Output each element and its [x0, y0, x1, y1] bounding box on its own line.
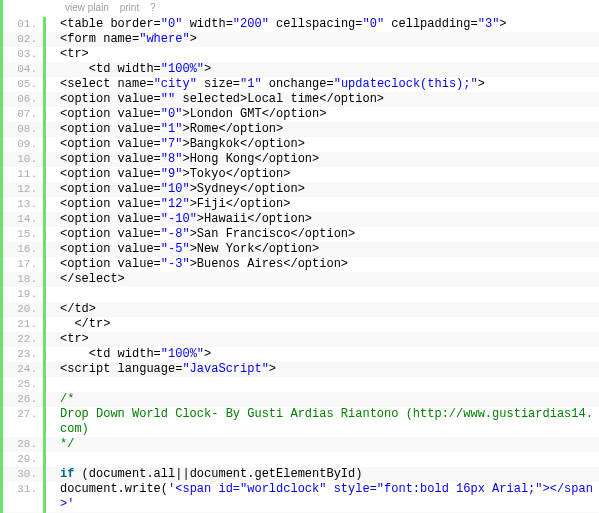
- line-number: 25.: [3, 377, 46, 392]
- line-content: <option value="8">Hong Kong</option>: [46, 152, 599, 167]
- code-line: 08.<option value="1">Rome</option>: [3, 122, 599, 137]
- line-content: */: [46, 437, 599, 452]
- code-line: 04. <td width="100%">: [3, 62, 599, 77]
- code-line: 22.<tr>: [3, 332, 599, 347]
- code-line: 09.<option value="7">Bangkok</option>: [3, 137, 599, 152]
- line-content: <option value="" selected>Local time</op…: [46, 92, 599, 107]
- code-line: 23. <td width="100%">: [3, 347, 599, 362]
- line-content: <tr>: [46, 47, 599, 62]
- code-line: 12.<option value="10">Sydney</option>: [3, 182, 599, 197]
- line-content: <option value="1">Rome</option>: [46, 122, 599, 137]
- line-content: <select name="city" size="1" onchange="u…: [46, 77, 599, 92]
- line-content: /*: [46, 392, 599, 407]
- code-line: 21. </tr>: [3, 317, 599, 332]
- line-content: <option value="12">Fiji</option>: [46, 197, 599, 212]
- line-number: 10.: [3, 152, 46, 167]
- code-line: 14.<option value="-10">Hawaii</option>: [3, 212, 599, 227]
- line-content: <option value="0">London GMT</option>: [46, 107, 599, 122]
- code-line: 15.<option value="-8">San Francisco</opt…: [3, 227, 599, 242]
- line-number: 27.: [3, 407, 46, 437]
- line-number: 05.: [3, 77, 46, 92]
- line-content: [46, 377, 599, 392]
- code-block: 01.<table border="0" width="200" cellspa…: [3, 17, 599, 513]
- line-number: 07.: [3, 107, 46, 122]
- line-number: 19.: [3, 287, 46, 302]
- code-line: 31.document.write('<span id="worldclock"…: [3, 482, 599, 512]
- line-number: 26.: [3, 392, 46, 407]
- line-content: <form name="where">: [46, 32, 599, 47]
- line-number: 09.: [3, 137, 46, 152]
- line-number: 30.: [3, 467, 46, 482]
- line-number: 20.: [3, 302, 46, 317]
- line-number: 28.: [3, 437, 46, 452]
- code-line: 28.*/: [3, 437, 599, 452]
- line-content: <option value="-8">San Francisco</option…: [46, 227, 599, 242]
- code-line: 05.<select name="city" size="1" onchange…: [3, 77, 599, 92]
- code-line: 13.<option value="12">Fiji</option>: [3, 197, 599, 212]
- line-number: 13.: [3, 197, 46, 212]
- line-content: <td width="100%">: [46, 347, 599, 362]
- line-content: <table border="0" width="200" cellspacin…: [46, 17, 599, 32]
- line-content: <option value="10">Sydney</option>: [46, 182, 599, 197]
- code-line: 06.<option value="" selected>Local time<…: [3, 92, 599, 107]
- code-line: 25.: [3, 377, 599, 392]
- line-content: [46, 452, 599, 467]
- line-content: </td>: [46, 302, 599, 317]
- line-number: 21.: [3, 317, 46, 332]
- code-line: 27.Drop Down World Clock- By Gusti Ardia…: [3, 407, 599, 437]
- line-content: <option value="-5">New York</option>: [46, 242, 599, 257]
- line-number: 17.: [3, 257, 46, 272]
- line-number: 11.: [3, 167, 46, 182]
- line-number: 15.: [3, 227, 46, 242]
- line-content: </select>: [46, 272, 599, 287]
- code-line: 17.<option value="-3">Buenos Aires</opti…: [3, 257, 599, 272]
- code-line: 03.<tr>: [3, 47, 599, 62]
- code-line: 01.<table border="0" width="200" cellspa…: [3, 17, 599, 32]
- code-line: 30.if (document.all||document.getElement…: [3, 467, 599, 482]
- view-plain-link[interactable]: view plain: [65, 2, 109, 13]
- line-content: [46, 287, 599, 302]
- line-number: 22.: [3, 332, 46, 347]
- line-content: document.write('<span id="worldclock" st…: [46, 482, 599, 512]
- toolbar: view plain print ?: [3, 0, 599, 17]
- line-content: Drop Down World Clock- By Gusti Ardias R…: [46, 407, 599, 437]
- code-line: 29.: [3, 452, 599, 467]
- line-content: <option value="9">Tokyo</option>: [46, 167, 599, 182]
- print-link[interactable]: print: [120, 2, 139, 13]
- code-line: 10.<option value="8">Hong Kong</option>: [3, 152, 599, 167]
- line-content: <tr>: [46, 332, 599, 347]
- code-line: 24.<script language="JavaScript">: [3, 362, 599, 377]
- line-number: 18.: [3, 272, 46, 287]
- line-content: <option value="-10">Hawaii</option>: [46, 212, 599, 227]
- line-number: 24.: [3, 362, 46, 377]
- line-number: 04.: [3, 62, 46, 77]
- line-number: 14.: [3, 212, 46, 227]
- code-line: 20.</td>: [3, 302, 599, 317]
- line-number: 23.: [3, 347, 46, 362]
- code-line: 11.<option value="9">Tokyo</option>: [3, 167, 599, 182]
- code-line: 18.</select>: [3, 272, 599, 287]
- code-line: 16.<option value="-5">New York</option>: [3, 242, 599, 257]
- line-content: <option value="7">Bangkok</option>: [46, 137, 599, 152]
- line-number: 03.: [3, 47, 46, 62]
- line-content: <option value="-3">Buenos Aires</option>: [46, 257, 599, 272]
- code-viewer: view plain print ? 01.<table border="0" …: [0, 0, 599, 513]
- code-line: 19.: [3, 287, 599, 302]
- code-line: 07.<option value="0">London GMT</option>: [3, 107, 599, 122]
- line-number: 12.: [3, 182, 46, 197]
- help-link[interactable]: ?: [150, 2, 156, 13]
- line-number: 29.: [3, 452, 46, 467]
- line-number: 02.: [3, 32, 46, 47]
- line-number: 08.: [3, 122, 46, 137]
- line-content: </tr>: [46, 317, 599, 332]
- line-number: 01.: [3, 17, 46, 32]
- line-number: 06.: [3, 92, 46, 107]
- line-content: if (document.all||document.getElementByI…: [46, 467, 599, 482]
- line-number: 16.: [3, 242, 46, 257]
- line-content: <script language="JavaScript">: [46, 362, 599, 377]
- line-number: 31.: [3, 482, 46, 512]
- line-content: <td width="100%">: [46, 62, 599, 77]
- code-line: 02.<form name="where">: [3, 32, 599, 47]
- code-line: 26./*: [3, 392, 599, 407]
